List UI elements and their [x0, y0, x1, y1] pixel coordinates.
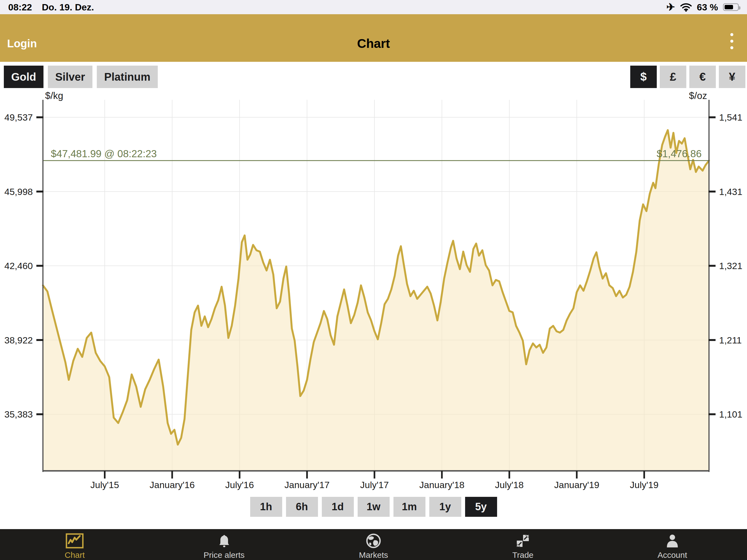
app-header: Login Chart [0, 14, 747, 62]
status-bar: 08:22 Do. 19. Dez. ✈ 63 % [0, 0, 747, 14]
battery-icon [723, 3, 739, 11]
y-axis-label-oz: 1,321 [719, 261, 742, 271]
current-price-label-oz: $1,476.86 [656, 148, 702, 159]
y-axis-label-oz: 1,211 [719, 335, 742, 345]
range-6h[interactable]: 6h [286, 497, 318, 517]
battery-percent: 63 % [697, 2, 718, 12]
y-axis-label-oz: 1,541 [719, 112, 742, 123]
trade-icon [515, 532, 531, 549]
y-axis-label-oz: 1,101 [719, 409, 742, 419]
y-axis-label-kg: 49,537 [4, 112, 33, 123]
tab-silver[interactable]: Silver [48, 66, 93, 88]
tab-label: Markets [359, 551, 388, 560]
range-1h[interactable]: 1h [250, 497, 282, 517]
x-axis-label: January'16 [150, 480, 195, 490]
range-1d[interactable]: 1d [322, 497, 354, 517]
tab-markets[interactable]: Markets [299, 529, 448, 560]
range-1w[interactable]: 1w [358, 497, 390, 517]
status-date: Do. 19. Dez. [42, 2, 94, 12]
x-axis-label: July'15 [91, 480, 119, 490]
globe-icon [366, 532, 381, 549]
y-axis-label-oz: 1,431 [719, 186, 742, 197]
y-axis-label-kg: 38,922 [4, 335, 33, 345]
tab-label: Price alerts [204, 551, 245, 560]
tab-platinum[interactable]: Platinum [97, 66, 158, 88]
x-axis-label: July'18 [495, 480, 524, 490]
bell-icon [217, 532, 232, 549]
axis-unit-right: $/oz [689, 90, 707, 101]
bottom-tab-bar: Chart Price alerts Markets [0, 529, 747, 560]
tab-currency-eur[interactable]: € [689, 66, 716, 88]
x-axis-label: July'16 [225, 480, 254, 490]
range-1y[interactable]: 1y [429, 497, 461, 517]
chart-icon [66, 532, 84, 549]
tab-trade[interactable]: Trade [448, 529, 597, 560]
x-axis-label: January'17 [284, 480, 330, 490]
status-time: 08:22 [8, 2, 32, 12]
page-title: Chart [0, 36, 747, 51]
tab-chart[interactable]: Chart [0, 529, 149, 560]
price-area-fill [43, 130, 709, 471]
tab-label: Account [658, 551, 687, 560]
x-axis-label: July'19 [630, 480, 659, 490]
tab-label: Chart [65, 551, 85, 560]
tab-currency-usd[interactable]: $ [630, 66, 657, 88]
tab-currency-gbp[interactable]: £ [660, 66, 686, 88]
tab-gold[interactable]: Gold [4, 66, 44, 88]
metal-tabs: Gold Silver Platinum [4, 66, 158, 88]
current-price-label-kg: $47,481.99 @ 08:22:23 [51, 148, 157, 159]
axis-unit-left: $/kg [45, 90, 63, 101]
x-axis-label: January'19 [554, 480, 599, 490]
airplane-mode-icon: ✈ [666, 2, 675, 12]
tab-currency-jpy[interactable]: ¥ [719, 66, 745, 88]
y-axis-label-kg: 35,383 [4, 409, 33, 419]
y-axis-label-kg: 42,460 [4, 261, 33, 271]
tab-label: Trade [512, 551, 534, 560]
range-buttons: 1h 6h 1d 1w 1m 1y 5y [0, 497, 747, 517]
range-5y[interactable]: 5y [465, 497, 497, 517]
chart-toolbar: Gold Silver Platinum $ £ € ¥ [0, 66, 747, 88]
y-axis-label-kg: 45,998 [4, 186, 33, 197]
tab-account[interactable]: Account [598, 529, 747, 560]
x-axis-label: January'18 [419, 480, 464, 490]
range-1m[interactable]: 1m [393, 497, 426, 517]
tab-price-alerts[interactable]: Price alerts [149, 529, 299, 560]
wifi-icon [680, 2, 692, 12]
gold-price-chart[interactable]: $47,481.99 @ 08:22:23$1,476.8649,5371,54… [0, 90, 747, 492]
overflow-menu-icon[interactable] [729, 31, 735, 51]
currency-tabs: $ £ € ¥ [630, 66, 745, 88]
person-icon [665, 532, 680, 549]
x-axis-label: July'17 [360, 480, 389, 490]
